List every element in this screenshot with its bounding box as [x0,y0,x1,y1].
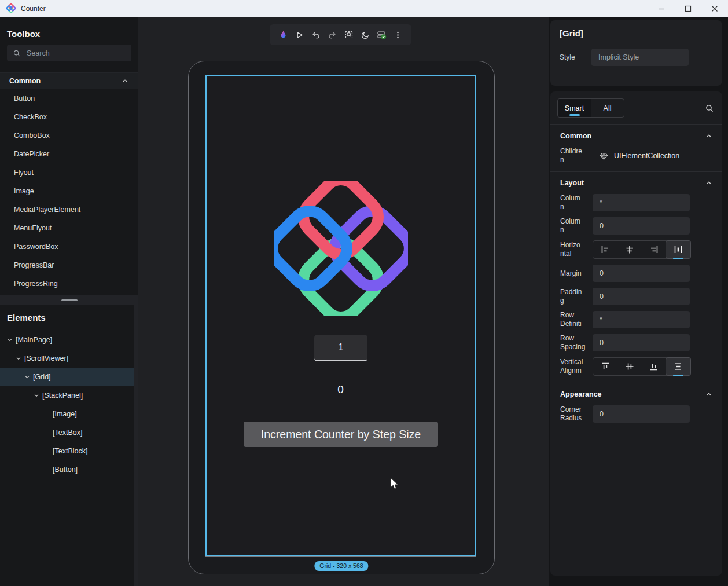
tree-item-mainpage[interactable]: [MainPage] [0,331,138,349]
toolbox-panel: Toolbox Common Button CheckBox ComboBox … [0,17,138,586]
section-common: Common Childre n UIElementCollection [550,124,722,171]
toolbox-item-image[interactable]: Image [0,182,138,200]
redo-icon[interactable] [326,28,339,41]
sidebar-scrollbar[interactable] [134,304,138,586]
toolbox-item-passwordbox[interactable]: PasswordBox [0,237,138,256]
increment-counter-button[interactable]: Increment Counter by Step Size [244,422,438,447]
align-bottom-icon[interactable] [642,358,666,375]
active-tab-indicator [569,114,580,116]
chevron-down-icon[interactable] [23,373,31,380]
selected-indicator [673,258,683,259]
tree-item-textblock[interactable]: [TextBlock] [0,442,138,460]
tree-item-grid-selected[interactable]: [Grid] [0,368,138,386]
chevron-down-icon[interactable] [14,355,23,362]
properties-tabs: Smart All [557,98,624,118]
margin-input[interactable] [593,265,690,282]
corner-radius-label: Corner Radius [560,405,593,423]
toolbox-item-mediaplayerelement[interactable]: MediaPlayerElement [0,200,138,219]
margin-label: Margin [560,269,593,278]
toolbox-item-datepicker[interactable]: DatePicker [0,145,138,163]
row-spacing-input[interactable] [593,334,690,351]
toolbox-section-common[interactable]: Common [0,72,138,89]
stretch-vertical-icon-selected[interactable] [666,357,691,376]
column-input[interactable] [593,217,690,235]
undo-icon[interactable] [310,28,322,41]
corner-radius-input[interactable] [593,405,690,423]
column-definitions-label: Colum n [560,194,593,211]
row-definitions-input[interactable] [593,311,690,328]
stretch-horizontal-icon-selected[interactable] [666,240,691,259]
inspect-element-icon[interactable] [343,28,355,41]
horizontal-alignment-label: Horizo ntal [560,241,593,258]
section-label: Common [9,77,41,85]
children-value[interactable]: UIElementCollection [614,152,679,160]
tree-item-stackpanel[interactable]: [StackPanel] [0,386,138,405]
selected-element-title: [Grid] [560,28,713,38]
padding-input[interactable] [593,288,690,305]
play-icon[interactable] [293,28,306,41]
elements-title: Elements [7,313,131,323]
chevron-up-icon[interactable] [705,132,713,140]
elements-tree: [MainPage] [ScrollViewer] [Grid] [StackP… [0,331,138,479]
hot-design-flame-icon[interactable] [277,28,289,41]
tree-item-textbox[interactable]: [TextBox] [0,423,138,442]
selected-indicator [673,375,683,376]
toolbox-item-combobox[interactable]: ComboBox [0,126,138,145]
padding-label: Paddin g [560,288,593,305]
properties-search-icon[interactable] [705,104,714,113]
align-right-icon[interactable] [642,241,666,258]
designer-toolbar [270,24,411,45]
column-definitions-input[interactable] [593,194,690,211]
minimize-button[interactable] [648,0,675,17]
title-bar: Counter [0,0,728,17]
close-button[interactable] [701,0,728,17]
row-spacing-label: Row Spacing [560,334,593,351]
row-definitions-label: Row Definiti [560,311,593,328]
tree-item-image[interactable]: [Image] [0,405,138,423]
children-label: Childre n [560,147,593,164]
tab-smart[interactable]: Smart [558,99,591,117]
common-section-title: Common [560,132,591,140]
collection-gem-icon [600,152,608,160]
section-layout: Layout Colum n Colum n Horizo ntal [550,171,722,383]
tree-item-button[interactable]: [Button] [0,460,138,479]
tree-item-scrollviewer[interactable]: [ScrollViewer] [0,349,138,368]
toolbox-item-menuflyout[interactable]: MenuFlyout [0,219,138,237]
toolbox-title: Toolbox [7,29,131,39]
theme-toggle-moon-icon[interactable] [359,28,372,41]
style-input[interactable] [591,49,689,66]
more-kebab-icon[interactable] [392,28,405,41]
align-left-icon[interactable] [593,241,617,258]
tab-all[interactable]: All [591,99,624,117]
step-size-textbox[interactable]: 1 [314,335,367,361]
uno-logo-image[interactable] [274,181,408,316]
chevron-down-icon[interactable] [32,392,41,399]
chevron-up-icon[interactable] [121,77,129,85]
toolbox-item-checkbox[interactable]: CheckBox [0,108,138,126]
validation-check-icon[interactable] [376,28,388,41]
column-label: Colum n [560,217,593,235]
grid-selection-canvas[interactable]: 1 0 Increment Counter by Step Size [205,75,476,556]
toolbox-item-button[interactable]: Button [0,89,138,108]
app-logo-icon [6,3,16,14]
align-center-vertical-icon[interactable] [617,358,642,375]
align-top-icon[interactable] [593,358,617,375]
toolbox-item-flyout[interactable]: Flyout [0,163,138,182]
appearance-section-title: Appearance [560,390,602,398]
horizontal-alignment-group [593,240,691,259]
selected-element-card: [Grid] Style [550,20,722,86]
toolbox-item-progressring[interactable]: ProgressRing [0,274,138,293]
align-center-horizontal-icon[interactable] [617,241,642,258]
splitter-grip-icon [61,299,78,301]
panel-splitter[interactable] [0,295,138,305]
toolbox-item-progressbar[interactable]: ProgressBar [0,256,138,274]
selection-size-badge: Grid - 320 x 568 [314,561,368,571]
chevron-up-icon[interactable] [705,390,713,398]
maximize-button[interactable] [675,0,701,17]
search-input[interactable] [27,49,119,57]
chevron-up-icon[interactable] [705,179,713,187]
chevron-down-icon[interactable] [6,336,14,343]
mouse-cursor [388,477,400,490]
toolbox-search[interactable] [7,45,131,61]
style-label: Style [560,53,591,61]
